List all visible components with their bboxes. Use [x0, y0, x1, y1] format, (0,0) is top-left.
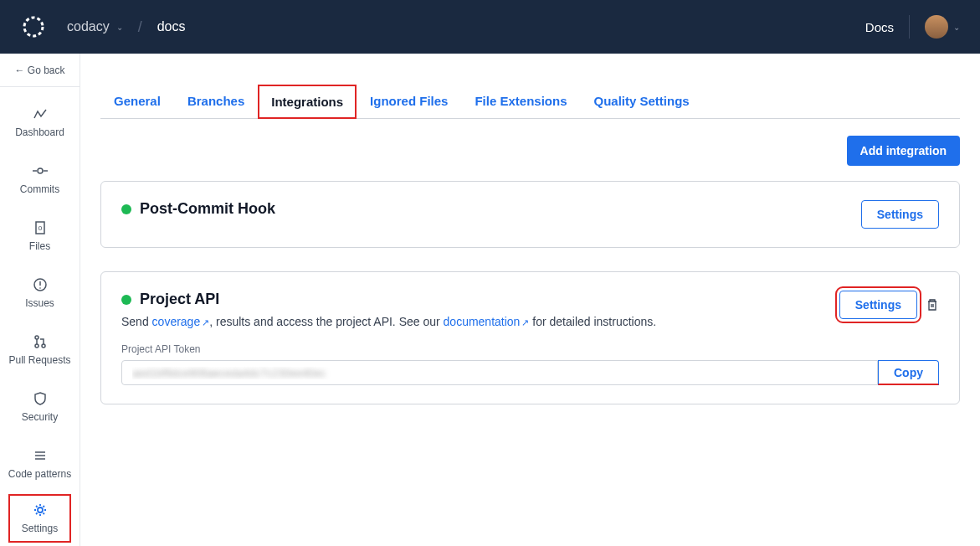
status-dot-active: [121, 204, 131, 214]
svg-point-0: [24, 18, 43, 36]
files-icon: 0: [33, 220, 48, 235]
sidebar-item-label: Dashboard: [15, 126, 64, 138]
shield-icon: [33, 391, 48, 406]
actions-row: Add integration: [100, 136, 960, 166]
sidebar-item-label: Pull Requests: [8, 354, 70, 366]
trash-icon[interactable]: [926, 298, 939, 312]
settings-button[interactable]: Settings: [861, 200, 939, 229]
sidebar-items: Dashboard Commits 0 Files Issues Pull Re…: [0, 87, 80, 546]
svg-point-1: [38, 168, 43, 173]
avatar: [925, 15, 948, 39]
svg-text:0: 0: [38, 224, 42, 232]
settings-button[interactable]: Settings: [839, 291, 917, 319]
card-project-api: Project API Send coverage↗, results and …: [100, 271, 960, 404]
token-field-label: Project API Token: [121, 343, 939, 355]
status-dot-active: [121, 295, 131, 305]
pull-requests-icon: [33, 334, 48, 349]
layout: ← Go back Dashboard Commits 0 Files Issu…: [0, 54, 980, 546]
desc-text: for detailed instructions.: [529, 315, 656, 328]
user-menu[interactable]: ⌄: [909, 15, 960, 39]
code-patterns-icon: [33, 448, 48, 463]
chevron-down-icon: ⌄: [953, 23, 960, 32]
desc-text: , results and access the project API. Se…: [209, 315, 443, 328]
settings-tabs: General Branches Integrations Ignored Fi…: [100, 84, 960, 119]
copy-button[interactable]: Copy: [878, 360, 939, 385]
sidebar-item-label: Code patterns: [8, 468, 71, 480]
sidebar: ← Go back Dashboard Commits 0 Files Issu…: [0, 54, 80, 546]
sidebar-item-label: Files: [29, 240, 50, 252]
sidebar-item-files[interactable]: 0 Files: [0, 208, 80, 265]
svg-point-9: [35, 336, 38, 339]
svg-point-10: [35, 344, 38, 348]
main-content: General Branches Integrations Ignored Fi…: [80, 54, 980, 546]
card-description: Send coverage↗, results and access the p…: [121, 315, 656, 328]
sidebar-item-label: Issues: [25, 297, 54, 309]
gear-icon: [33, 502, 48, 518]
org-switcher[interactable]: codacy ⌄: [67, 19, 123, 34]
sidebar-item-issues[interactable]: Issues: [0, 265, 80, 322]
tab-ignored-files[interactable]: Ignored Files: [357, 84, 461, 118]
codacy-logo[interactable]: [20, 13, 47, 40]
desc-text: Send: [121, 315, 152, 328]
coverage-link[interactable]: coverage↗: [152, 315, 210, 328]
svg-point-8: [39, 287, 41, 289]
repo-name: docs: [157, 19, 186, 34]
topbar-right: Docs ⌄: [865, 15, 960, 39]
go-back-link[interactable]: ← Go back: [0, 54, 80, 87]
card-title: Project API: [140, 291, 219, 308]
sidebar-item-label: Commits: [20, 183, 59, 195]
external-link-icon: ↗: [202, 317, 209, 327]
chevron-down-icon: ⌄: [116, 23, 123, 32]
add-integration-button[interactable]: Add integration: [847, 136, 960, 166]
tab-general[interactable]: General: [100, 84, 174, 118]
project-api-token-input[interactable]: [121, 360, 878, 385]
breadcrumb-separator: /: [138, 18, 142, 36]
commits-icon: [33, 163, 48, 178]
topbar: codacy ⌄ / docs Docs ⌄: [0, 0, 980, 54]
sidebar-item-settings[interactable]: Settings: [8, 494, 71, 543]
issues-icon: [33, 277, 48, 292]
dashboard-icon: [33, 106, 48, 121]
sidebar-item-pull-requests[interactable]: Pull Requests: [0, 322, 80, 379]
tab-branches[interactable]: Branches: [174, 84, 258, 118]
sidebar-item-dashboard[interactable]: Dashboard: [0, 94, 80, 151]
svg-point-11: [42, 344, 45, 348]
sidebar-item-label: Settings: [22, 523, 58, 534]
sidebar-item-security[interactable]: Security: [0, 379, 80, 435]
token-row: Copy: [121, 360, 939, 385]
tab-file-extensions[interactable]: File Extensions: [461, 84, 580, 118]
documentation-link[interactable]: documentation↗: [444, 315, 530, 328]
tab-quality-settings[interactable]: Quality Settings: [581, 84, 703, 118]
tab-integrations[interactable]: Integrations: [258, 85, 357, 119]
sidebar-item-commits[interactable]: Commits: [0, 151, 80, 208]
sidebar-item-code-patterns[interactable]: Code patterns: [0, 435, 80, 492]
card-post-commit-hook: Post-Commit Hook Settings: [100, 181, 960, 248]
svg-point-15: [38, 507, 43, 513]
docs-link[interactable]: Docs: [865, 20, 894, 34]
org-name-label: codacy: [67, 19, 110, 34]
card-title: Post-Commit Hook: [140, 200, 275, 218]
sidebar-item-label: Security: [22, 411, 58, 423]
